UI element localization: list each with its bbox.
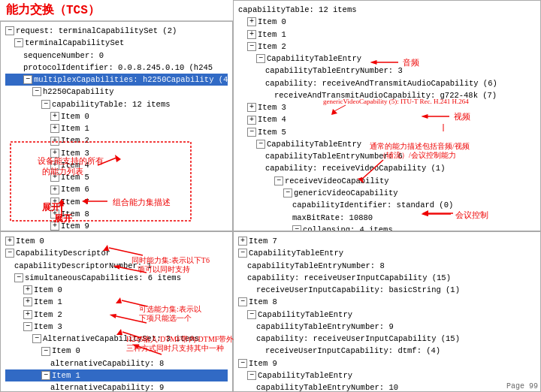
tree-line: alternativeCapability: 9 — [5, 381, 228, 392]
expander[interactable]: + — [50, 137, 59, 146]
expander[interactable]: + — [50, 185, 59, 194]
expander[interactable]: + — [50, 198, 59, 207]
tree-line: receiveUserInputCapability: basicString … — [238, 284, 536, 296]
tree-line: − CapabilityDescriptor — [5, 247, 228, 259]
expander[interactable]: − — [256, 140, 265, 149]
tree-line: capabilityIdentifier: standard (0) — [238, 199, 536, 211]
expander[interactable]: − — [247, 42, 256, 51]
tree-line: − Item 5 — [238, 126, 536, 138]
tree-line: − Item 8 — [238, 296, 536, 308]
tree-line: − Item 3 — [5, 321, 228, 333]
expander[interactable]: − — [14, 38, 23, 47]
expander[interactable]: − — [238, 297, 247, 306]
tree-line-selected[interactable]: − multiplexCapabilities: h2250Capability… — [5, 74, 228, 86]
expander[interactable]: + — [50, 149, 59, 158]
tree-line: − capabilityTable: 12 items — [5, 98, 228, 110]
expander[interactable]: − — [292, 225, 301, 231]
expander[interactable]: + — [50, 173, 59, 182]
tree-line: capability: receiveVideoCapability (1) — [238, 162, 536, 174]
expander[interactable]: + — [50, 124, 59, 133]
expander[interactable]: − — [32, 87, 41, 96]
right-top-panel: capabilityTable: 12 items + Item 0 + Ite… — [233, 0, 541, 231]
left-bottom-tree: + Item 0 − CapabilityDescriptor capabili… — [1, 232, 232, 392]
tree-line: − receiveVideoCapability — [238, 175, 536, 187]
tree-line: receiveAndTransmitAudioCapability: g722-… — [238, 89, 536, 101]
expander[interactable]: + — [5, 237, 14, 246]
tree-line: − Item 2 — [238, 41, 536, 53]
expander[interactable]: + — [50, 222, 59, 231]
expander[interactable]: + — [23, 285, 32, 294]
tree-line: − CapabilityTableEntry — [238, 369, 536, 381]
tree-line: + Item 0 — [5, 284, 228, 296]
expander[interactable]: − — [23, 75, 32, 84]
tree-line: + Item 0 — [5, 110, 228, 122]
expander[interactable]: + — [247, 30, 256, 39]
expander[interactable]: − — [32, 334, 41, 343]
tree-line: + Item 6 — [5, 183, 228, 195]
tree-line: − request: terminalCapabilitySet (2) — [5, 25, 228, 37]
expander[interactable]: + — [50, 161, 59, 170]
main-container: 能力交换（TCS） − request: terminalCapabilityS… — [0, 0, 541, 392]
expander[interactable]: − — [5, 26, 14, 35]
expander[interactable]: − — [238, 359, 247, 368]
expander[interactable]: + — [23, 310, 32, 319]
expander[interactable]: + — [247, 17, 256, 26]
expander[interactable]: + — [50, 112, 59, 121]
expander[interactable]: + — [238, 237, 247, 246]
tree-line: capabilityDescriptorNumber: 1 — [5, 260, 228, 272]
expander[interactable]: − — [274, 176, 283, 185]
tree-line: sequenceNumber: 0 — [5, 50, 228, 62]
expander[interactable]: − — [247, 310, 256, 319]
tree-line: + Item 9 — [5, 220, 228, 231]
expander[interactable]: − — [5, 249, 14, 258]
tree-line: − Item 9 — [238, 357, 536, 369]
tree-line: − terminalCapabilitySet — [5, 37, 228, 49]
expander[interactable]: − — [23, 322, 32, 331]
expander[interactable]: − — [283, 188, 292, 198]
tree-line: capabilityTableEntryNumber: 3 — [238, 65, 536, 77]
tree-line: + Item 5 — [5, 171, 228, 183]
right-bottom-panel: + Item 7 − CapabilityTableEntry capabili… — [233, 231, 541, 392]
expander[interactable]: − — [256, 54, 265, 63]
tree-line: − CapabilityTableEntry — [238, 309, 536, 321]
tree-line: + Item 2 — [5, 134, 228, 146]
right-bottom-tree: + Item 7 − CapabilityTableEntry capabili… — [234, 232, 540, 392]
tree-line: maxBitRate: 10880 — [238, 212, 536, 224]
expander[interactable]: + — [247, 103, 256, 112]
tree-line: + Item 0 — [5, 235, 228, 247]
tree-line: − collapsing: 4 items — [238, 224, 536, 231]
tree-line: capabilityTableEntryNumber: 8 — [238, 260, 536, 272]
expander[interactable]: − — [238, 249, 247, 258]
expander[interactable]: + — [23, 297, 32, 306]
tree-line: − genericVideoCapability — [238, 187, 536, 199]
expander[interactable]: − — [247, 128, 256, 137]
tree-line: capabilityTableEntryNumber: 9 — [238, 321, 536, 333]
expander[interactable]: − — [247, 371, 256, 380]
tree-line: − CapabilityTableEntry — [238, 53, 536, 65]
expander[interactable]: − — [41, 100, 50, 109]
tree-line: capability: receiveUserInputCapability (… — [238, 272, 536, 284]
tree-line: capability: receiveUserInputCapability (… — [238, 333, 536, 345]
tree-line: − AlternativeCapabilitySet: 3 items — [5, 333, 228, 345]
tree-line: capabilityTableEntryNumber: 6 — [238, 150, 536, 162]
tree-line: + Item 1 — [5, 122, 228, 134]
expander[interactable]: + — [247, 116, 256, 125]
expander[interactable]: + — [50, 210, 59, 219]
expander[interactable]: − — [41, 371, 50, 380]
tree-line: capabilityTableEntryNumber: 10 — [238, 381, 536, 392]
tree-line: + Item 8 — [5, 208, 228, 220]
tree-line: + Item 0 — [238, 16, 536, 28]
tree-line: − CapabilityTableEntry — [238, 247, 536, 259]
expander[interactable]: − — [14, 273, 23, 282]
page-footer: Page 99 — [506, 382, 538, 390]
left-top-tree: − request: terminalCapabilitySet (2) − t… — [1, 22, 232, 231]
tree-line: − simultaneousCapabilities: 6 items — [5, 272, 228, 284]
expander[interactable]: − — [41, 347, 50, 356]
page-title: 能力交换（TCS） — [0, 0, 106, 21]
tree-line-selected[interactable]: − Item 1 — [5, 369, 228, 381]
tree-line: + Item 3 — [238, 101, 536, 113]
tree-line: capability: receiveAndTransmitAudioCapab… — [238, 77, 536, 89]
tree-line: + Item 1 — [5, 296, 228, 308]
left-bottom-panel: + Item 0 − CapabilityDescriptor capabili… — [0, 231, 233, 392]
tree-line: − h2250Capability — [5, 86, 228, 98]
